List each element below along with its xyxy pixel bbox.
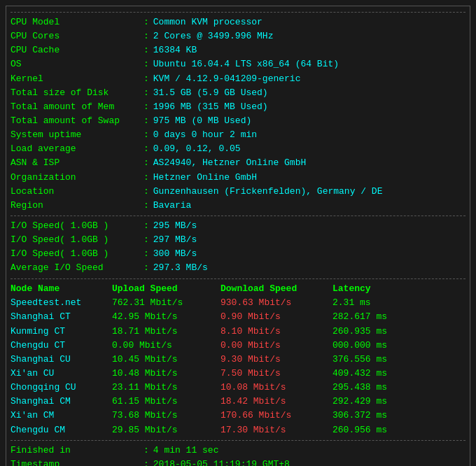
io-field-value: 297.3 MB/s	[153, 261, 208, 275]
speed-latency: 282.617 ms	[332, 310, 387, 324]
speed-latency: 295.438 ms	[332, 381, 387, 395]
system-field-label: CPU Cores	[10, 29, 144, 43]
speed-latency: 000.000 ms	[332, 339, 387, 353]
system-row: Region : Bavaria	[10, 199, 465, 213]
system-field-label: Total size of Disk	[10, 86, 144, 100]
system-field-value: 1996 MB (315 MB Used)	[153, 100, 268, 114]
io-field-value: 297 MB/s	[153, 233, 197, 247]
timestamp-value: 2018-05-05 11:19:19 GMT+8	[153, 458, 290, 466]
speed-upload: 762.31 Mbit/s	[112, 296, 220, 310]
system-field-value: AS24940, Hetzner Online GmbH	[153, 156, 306, 170]
top-divider	[10, 12, 465, 13]
col-node-header: Node Name	[10, 282, 112, 297]
io-field-label: I/O Speed( 1.0GB )	[10, 219, 144, 233]
system-field-label: Organization	[10, 171, 144, 185]
speed-latency: 376.556 ms	[332, 353, 387, 367]
speed-node: Speedtest.net	[10, 296, 112, 310]
system-field-label: Region	[10, 199, 144, 213]
speed-download: 10.08 Mbit/s	[220, 381, 332, 395]
speed-row: Xi'an CU 10.48 Mbit/s 7.50 Mbit/s 409.43…	[10, 367, 465, 381]
system-field-value: Bavaria	[153, 199, 192, 213]
system-field-value: 0.09, 0.12, 0.05	[153, 142, 241, 156]
divider-1	[10, 216, 465, 216]
io-row: I/O Speed( 1.0GB ) : 297 MB/s	[10, 233, 465, 247]
io-section: I/O Speed( 1.0GB ) : 295 MB/s I/O Speed(…	[10, 219, 465, 276]
timestamp-row: Timestamp : 2018-05-05 11:19:19 GMT+8	[10, 458, 465, 466]
speed-download: 0.00 Mbit/s	[220, 339, 332, 353]
col-latency-header: Latency	[332, 282, 371, 297]
system-rows: CPU Model : Common KVM processor CPU Cor…	[10, 15, 465, 213]
speed-header: Node Name Upload Speed Download Speed La…	[10, 282, 465, 297]
system-row: Total amount of Mem : 1996 MB (315 MB Us…	[10, 100, 465, 114]
system-row: CPU Cache : 16384 KB	[10, 43, 465, 57]
divider-2	[10, 278, 465, 279]
system-field-label: CPU Cache	[10, 43, 144, 57]
system-field-label: Total amount of Mem	[10, 100, 144, 114]
system-row: Total size of Disk : 31.5 GB (5.9 GB Use…	[10, 86, 465, 100]
finished-value: 4 min 11 sec	[153, 444, 219, 458]
system-row: OS : Ubuntu 16.04.4 LTS x86_64 (64 Bit)	[10, 57, 465, 71]
finished-label: Finished in	[10, 444, 144, 458]
system-row: CPU Model : Common KVM processor	[10, 15, 465, 29]
system-row: Organization : Hetzner Online GmbH	[10, 171, 465, 185]
io-row: Average I/O Speed : 297.3 MB/s	[10, 261, 465, 275]
speed-node: Kunming CT	[10, 325, 112, 339]
speed-download: 8.10 Mbit/s	[220, 325, 332, 339]
system-field-value: 975 MB (0 MB Used)	[153, 114, 251, 128]
speed-download: 18.42 Mbit/s	[220, 395, 332, 409]
speed-latency: 260.956 ms	[332, 423, 387, 437]
system-row: System uptime : 0 days 0 hour 2 min	[10, 128, 465, 142]
system-field-label: System uptime	[10, 128, 144, 142]
io-field-value: 295 MB/s	[153, 219, 197, 233]
speed-latency: 260.935 ms	[332, 325, 387, 339]
system-field-value: 0 days 0 hour 2 min	[153, 128, 257, 142]
speed-upload: 61.15 Mbit/s	[112, 395, 220, 409]
system-field-label: Kernel	[10, 72, 144, 86]
speed-node: Xi'an CU	[10, 367, 112, 381]
io-rows: I/O Speed( 1.0GB ) : 295 MB/s I/O Speed(…	[10, 219, 465, 276]
speed-row: Xi'an CM 73.68 Mbit/s 170.66 Mbit/s 306.…	[10, 409, 465, 423]
speed-upload: 73.68 Mbit/s	[112, 409, 220, 423]
speed-row: Speedtest.net 762.31 Mbit/s 930.63 Mbit/…	[10, 296, 465, 310]
system-field-label: Load average	[10, 142, 144, 156]
io-row: I/O Speed( 1.0GB ) : 300 MB/s	[10, 247, 465, 261]
col-upload-header: Upload Speed	[112, 282, 220, 297]
system-field-label: ASN & ISP	[10, 156, 144, 170]
speed-row: Shanghai CT 42.95 Mbit/s 0.90 Mbit/s 282…	[10, 310, 465, 324]
system-field-value: Gunzenhausen (Frickenfelden), Germany / …	[153, 185, 383, 199]
speed-download: 0.90 Mbit/s	[220, 310, 332, 324]
speed-upload: 0.00 Mbit/s	[112, 339, 220, 353]
io-field-label: Average I/O Speed	[10, 261, 144, 275]
io-field-value: 300 MB/s	[153, 247, 197, 261]
system-field-value: Common KVM processor	[153, 15, 262, 29]
speed-upload: 10.48 Mbit/s	[112, 367, 220, 381]
io-row: I/O Speed( 1.0GB ) : 295 MB/s	[10, 219, 465, 233]
timestamp-label: Timestamp	[10, 458, 144, 466]
speed-node: Chongqing CU	[10, 381, 112, 395]
speed-download: 930.63 Mbit/s	[220, 296, 332, 310]
system-row: Location : Gunzenhausen (Frickenfelden),…	[10, 185, 465, 199]
main-container: CPU Model : Common KVM processor CPU Cor…	[6, 6, 470, 466]
speed-rows: Speedtest.net 762.31 Mbit/s 930.63 Mbit/…	[10, 296, 465, 437]
speed-latency: 409.432 ms	[332, 367, 387, 381]
io-field-label: I/O Speed( 1.0GB )	[10, 247, 144, 261]
system-field-value: 16384 KB	[153, 43, 197, 57]
system-field-value: 31.5 GB (5.9 GB Used)	[153, 86, 268, 100]
speed-upload: 18.71 Mbit/s	[112, 325, 220, 339]
speed-upload: 29.85 Mbit/s	[112, 423, 220, 437]
system-field-label: CPU Model	[10, 15, 144, 29]
speed-download: 9.30 Mbit/s	[220, 353, 332, 367]
system-field-label: Total amount of Swap	[10, 114, 144, 128]
system-field-value: 2 Cores @ 3499.996 MHz	[153, 29, 274, 43]
footer-section: Finished in : 4 min 11 sec Timestamp : 2…	[10, 444, 465, 466]
divider-3	[10, 440, 465, 441]
speed-download: 7.50 Mbit/s	[220, 367, 332, 381]
system-row: Kernel : KVM / 4.12.9-041209-generic	[10, 72, 465, 86]
speed-latency: 306.372 ms	[332, 409, 387, 423]
system-field-label: OS	[10, 57, 144, 71]
system-row: Load average : 0.09, 0.12, 0.05	[10, 142, 465, 156]
speed-node: Xi'an CM	[10, 409, 112, 423]
speed-row: Shanghai CU 10.45 Mbit/s 9.30 Mbit/s 376…	[10, 353, 465, 367]
system-info-section: CPU Model : Common KVM processor CPU Cor…	[10, 12, 465, 213]
speed-row: Chengdu CT 0.00 Mbit/s 0.00 Mbit/s 000.0…	[10, 339, 465, 353]
